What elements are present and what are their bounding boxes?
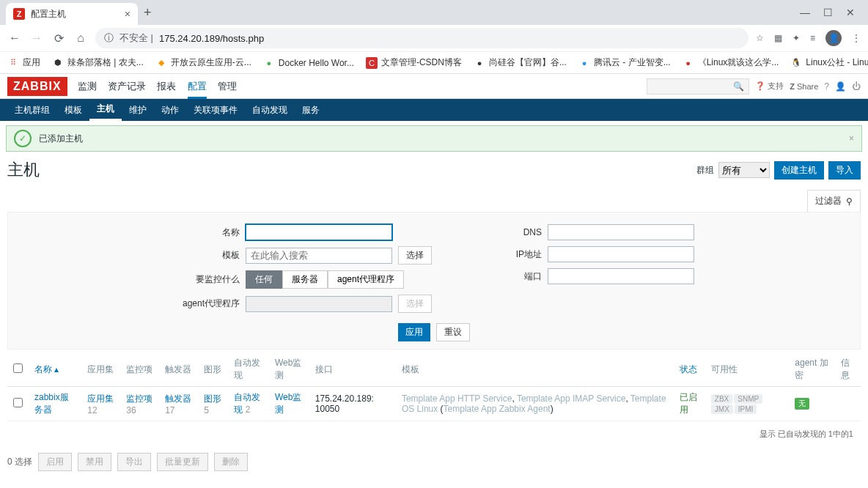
proxy-label: agent代理程序 xyxy=(174,297,240,310)
close-icon[interactable]: × xyxy=(849,133,854,144)
web-link[interactable]: Web监测 xyxy=(275,392,301,415)
nav-reports[interactable]: 报表 xyxy=(157,81,176,92)
bookmark-icon: ● xyxy=(263,57,275,69)
bookmark-icon: 🐧 xyxy=(790,57,802,69)
window-controls: ― ☐ ✕ xyxy=(800,7,862,18)
bulk-export-button[interactable]: 导出 xyxy=(117,453,151,471)
bulk-enable-button[interactable]: 启用 xyxy=(38,453,72,471)
monitor-any[interactable]: 任何 xyxy=(246,270,282,289)
search-icon: 🔍 xyxy=(733,81,744,92)
maximize-icon[interactable]: ☐ xyxy=(823,7,833,18)
nav-inventory[interactable]: 资产记录 xyxy=(108,81,146,92)
support-link[interactable]: ❓ 支持 xyxy=(755,81,784,92)
address-input[interactable]: ⓘ 不安全 | 175.24.20.189/hosts.php xyxy=(95,28,749,48)
col-items: 监控项 xyxy=(120,352,159,387)
apps-button[interactable]: ⠿ 应用 xyxy=(7,56,40,69)
graphs-link[interactable]: 图形 xyxy=(204,393,221,404)
triggers-link[interactable]: 触发器 xyxy=(165,393,191,404)
bookmark-item[interactable]: ●Docker Hello Wor... xyxy=(263,57,354,69)
subnav-services[interactable]: 服务 xyxy=(295,99,327,121)
reload-icon[interactable]: ⟳ xyxy=(51,32,66,45)
tab-title: 配置主机 xyxy=(31,8,119,21)
apply-button[interactable]: 应用 xyxy=(398,323,430,341)
bookmark-icon: ◆ xyxy=(155,57,167,69)
select-all-checkbox[interactable] xyxy=(13,363,23,373)
subnav-hosts[interactable]: 主机 xyxy=(89,99,122,121)
reset-button[interactable]: 重设 xyxy=(436,323,470,341)
subnav-templates[interactable]: 模板 xyxy=(57,99,89,121)
group-select[interactable]: 所有 xyxy=(718,162,770,178)
bookmark-item[interactable]: ◆开放云原生应用-云... xyxy=(155,56,251,69)
template-link[interactable]: Template App Zabbix Agent xyxy=(444,404,551,414)
subnav-actions[interactable]: 动作 xyxy=(154,99,186,121)
bookmark-item[interactable]: C文章管理-CSDN博客 xyxy=(366,56,462,69)
row-checkbox[interactable] xyxy=(13,398,23,407)
puzzle-icon[interactable]: ✦ xyxy=(792,33,800,43)
monitor-proxy[interactable]: agent代理程序 xyxy=(328,270,404,289)
browser-tab[interactable]: Z 配置主机 × xyxy=(6,3,138,25)
menu-icon[interactable]: ⋮ xyxy=(852,33,861,43)
bulk-action-bar: 0 选择 启用 禁用 导出 批量更新 删除 xyxy=(0,447,868,477)
filter-icon: ⚲ xyxy=(846,196,853,207)
items-link[interactable]: 监控项 xyxy=(126,393,152,404)
subnav-correlation[interactable]: 关联项事件 xyxy=(186,99,245,121)
extension-icon[interactable]: ▦ xyxy=(774,33,782,43)
bulk-delete-button[interactable]: 删除 xyxy=(214,453,248,471)
forward-icon[interactable]: → xyxy=(29,32,44,45)
profile-icon[interactable]: 👤 xyxy=(825,30,842,46)
bookmark-item[interactable]: ●《Linux就该这么学... xyxy=(683,56,779,69)
filter-toggle[interactable]: 过滤器 ⚲ xyxy=(807,190,861,212)
minimize-icon[interactable]: ― xyxy=(800,7,810,18)
close-icon[interactable]: × xyxy=(125,8,130,20)
share-link[interactable]: Z Share xyxy=(790,82,818,91)
page-footer: Zabbix 4.0.21. © 2001–2020, Zabbix SIA xyxy=(0,477,868,488)
col-triggers: 触发器 xyxy=(159,352,198,387)
user-icon[interactable]: 👤 xyxy=(835,81,846,92)
subnav-hostgroups[interactable]: 主机群组 xyxy=(7,99,57,121)
bulk-massupdate-button[interactable]: 批量更新 xyxy=(157,453,208,471)
power-icon[interactable]: ⏻ xyxy=(852,81,861,92)
bookmark-item[interactable]: ●腾讯云 - 产业智变... xyxy=(578,56,671,69)
bookmark-item[interactable]: ⬢辣条部落格 | 农夫... xyxy=(52,56,144,69)
col-agent: agent 加密 xyxy=(789,352,834,387)
hosts-table: 名称 ▴ 应用集 监控项 触发器 图形 自动发现 Web监测 接口 模板 状态 … xyxy=(7,352,861,447)
new-tab-button[interactable]: + xyxy=(144,5,152,21)
star-icon[interactable]: ☆ xyxy=(756,33,764,43)
home-icon[interactable]: ⌂ xyxy=(73,32,88,45)
col-status[interactable]: 状态 xyxy=(674,352,705,387)
close-window-icon[interactable]: ✕ xyxy=(846,7,855,18)
nav-monitoring[interactable]: 监测 xyxy=(78,81,97,92)
monitor-server[interactable]: 服务器 xyxy=(282,270,328,289)
subnav-maintenance[interactable]: 维护 xyxy=(122,99,154,121)
bookmark-item[interactable]: 🐧Linux公社 - Linux... xyxy=(790,56,868,69)
nav-administration[interactable]: 管理 xyxy=(218,81,237,92)
logo[interactable]: ZABBIX xyxy=(7,77,67,96)
help-icon[interactable]: ? xyxy=(824,81,829,92)
ip-input[interactable] xyxy=(548,246,694,262)
apps-link[interactable]: 应用集 xyxy=(87,393,114,404)
import-button[interactable]: 导入 xyxy=(828,161,861,180)
back-icon[interactable]: ← xyxy=(7,32,22,45)
select-template-button[interactable]: 选择 xyxy=(398,246,432,265)
status-link[interactable]: 已启用 xyxy=(680,392,697,415)
port-input[interactable] xyxy=(548,268,694,284)
dns-input[interactable] xyxy=(548,224,694,240)
subnav-discovery[interactable]: 自动发现 xyxy=(245,99,295,121)
nav-configuration[interactable]: 配置 xyxy=(188,81,207,99)
host-name-link[interactable]: zabbix服务器 xyxy=(34,392,69,415)
success-notice: ✓ 已添加主机 × xyxy=(6,125,862,152)
template-input[interactable] xyxy=(246,248,392,264)
template-label: 模板 xyxy=(174,249,240,262)
col-avail: 可用性 xyxy=(705,352,790,387)
template-link[interactable]: Template App IMAP Service xyxy=(517,393,626,404)
bookmark-item[interactable]: ●尚硅谷【官网】谷... xyxy=(474,56,567,69)
col-name[interactable]: 名称 ▴ xyxy=(29,352,81,387)
page-head: 主机 群组 所有 创建主机 导入 xyxy=(0,156,868,187)
search-input[interactable]: 🔍 xyxy=(647,78,749,95)
table-row: zabbix服务器 应用集 12 监控项 36 触发器 17 图形 5 自动发现… xyxy=(7,387,861,421)
create-host-button[interactable]: 创建主机 xyxy=(774,161,824,180)
bulk-disable-button[interactable]: 禁用 xyxy=(78,453,111,471)
list-icon[interactable]: ≡ xyxy=(810,33,815,43)
name-input[interactable] xyxy=(246,224,392,240)
template-link[interactable]: Template App HTTP Service xyxy=(402,393,512,404)
